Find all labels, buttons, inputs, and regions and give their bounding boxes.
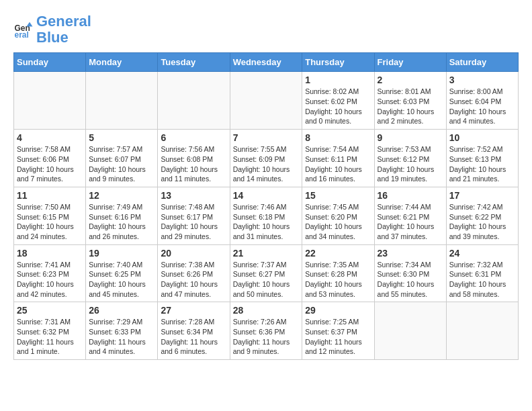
calendar-cell: 23Sunrise: 7:34 AMSunset: 6:30 PMDayligh… bbox=[374, 244, 446, 302]
day-number: 1 bbox=[305, 75, 371, 85]
day-number: 9 bbox=[378, 132, 443, 143]
calendar-cell: 2Sunrise: 8:01 AMSunset: 6:03 PMDaylight… bbox=[374, 72, 446, 130]
calendar-week-row: 11Sunrise: 7:50 AMSunset: 6:15 PMDayligh… bbox=[14, 187, 519, 244]
day-number: 11 bbox=[17, 190, 83, 201]
day-info: Sunrise: 8:00 AMSunset: 6:04 PMDaylight:… bbox=[449, 87, 515, 126]
day-info: Sunrise: 7:48 AMSunset: 6:17 PMDaylight:… bbox=[161, 202, 226, 242]
calendar-cell: 12Sunrise: 7:49 AMSunset: 6:16 PMDayligh… bbox=[86, 187, 158, 244]
calendar-week-row: 25Sunrise: 7:31 AMSunset: 6:32 PMDayligh… bbox=[14, 302, 519, 360]
calendar-cell: 3Sunrise: 8:00 AMSunset: 6:04 PMDaylight… bbox=[446, 72, 518, 130]
day-info: Sunrise: 7:34 AMSunset: 6:30 PMDaylight:… bbox=[378, 260, 443, 300]
day-number: 5 bbox=[89, 132, 154, 143]
day-info: Sunrise: 7:31 AMSunset: 6:32 PMDaylight:… bbox=[17, 317, 83, 357]
day-info: Sunrise: 7:52 AMSunset: 6:13 PMDaylight:… bbox=[449, 144, 515, 184]
weekday-header-row: SundayMondayTuesdayWednesdayThursdayFrid… bbox=[14, 53, 519, 72]
day-number: 28 bbox=[233, 305, 300, 316]
weekday-header-wednesday: Wednesday bbox=[230, 53, 302, 72]
day-info: Sunrise: 7:32 AMSunset: 6:31 PMDaylight:… bbox=[449, 260, 515, 300]
day-info: Sunrise: 8:02 AMSunset: 6:02 PMDaylight:… bbox=[305, 87, 371, 126]
day-number: 20 bbox=[161, 248, 226, 259]
day-info: Sunrise: 7:25 AMSunset: 6:37 PMDaylight:… bbox=[305, 317, 371, 357]
calendar-cell bbox=[374, 302, 446, 360]
day-info: Sunrise: 7:35 AMSunset: 6:28 PMDaylight:… bbox=[305, 260, 371, 300]
day-info: Sunrise: 7:41 AMSunset: 6:23 PMDaylight:… bbox=[17, 260, 83, 300]
calendar-cell bbox=[158, 72, 230, 130]
calendar-cell: 10Sunrise: 7:52 AMSunset: 6:13 PMDayligh… bbox=[446, 130, 518, 187]
weekday-header-saturday: Saturday bbox=[446, 53, 518, 72]
calendar-cell: 14Sunrise: 7:46 AMSunset: 6:18 PMDayligh… bbox=[230, 187, 302, 244]
day-info: Sunrise: 7:45 AMSunset: 6:20 PMDaylight:… bbox=[305, 202, 371, 242]
calendar-cell: 25Sunrise: 7:31 AMSunset: 6:32 PMDayligh… bbox=[14, 302, 86, 360]
day-number: 16 bbox=[378, 190, 443, 201]
day-info: Sunrise: 7:54 AMSunset: 6:11 PMDaylight:… bbox=[305, 144, 371, 184]
day-number: 12 bbox=[89, 190, 154, 201]
day-info: Sunrise: 7:44 AMSunset: 6:21 PMDaylight:… bbox=[378, 202, 443, 242]
day-number: 4 bbox=[17, 132, 83, 143]
calendar-week-row: 1Sunrise: 8:02 AMSunset: 6:02 PMDaylight… bbox=[14, 72, 519, 130]
day-number: 17 bbox=[449, 190, 515, 201]
calendar-cell bbox=[86, 72, 158, 130]
day-info: Sunrise: 7:57 AMSunset: 6:07 PMDaylight:… bbox=[89, 144, 154, 184]
calendar-cell: 26Sunrise: 7:29 AMSunset: 6:33 PMDayligh… bbox=[86, 302, 158, 360]
header: Gen eral GeneralBlue bbox=[13, 13, 519, 46]
logo-text: GeneralBlue bbox=[36, 13, 91, 46]
logo-icon: Gen eral bbox=[13, 19, 34, 40]
calendar-cell: 19Sunrise: 7:40 AMSunset: 6:25 PMDayligh… bbox=[86, 244, 158, 302]
weekday-header-monday: Monday bbox=[86, 53, 158, 72]
day-number: 6 bbox=[161, 132, 226, 143]
day-number: 22 bbox=[305, 248, 371, 259]
day-number: 25 bbox=[17, 305, 83, 316]
weekday-header-sunday: Sunday bbox=[14, 53, 86, 72]
day-info: Sunrise: 7:42 AMSunset: 6:22 PMDaylight:… bbox=[449, 202, 515, 242]
day-info: Sunrise: 7:46 AMSunset: 6:18 PMDaylight:… bbox=[233, 202, 300, 242]
calendar-week-row: 18Sunrise: 7:41 AMSunset: 6:23 PMDayligh… bbox=[14, 244, 519, 302]
logo: Gen eral GeneralBlue bbox=[13, 13, 91, 46]
day-number: 21 bbox=[233, 248, 300, 259]
day-number: 3 bbox=[449, 75, 515, 85]
day-info: Sunrise: 7:38 AMSunset: 6:26 PMDaylight:… bbox=[161, 260, 226, 300]
calendar-cell: 28Sunrise: 7:26 AMSunset: 6:36 PMDayligh… bbox=[230, 302, 302, 360]
day-info: Sunrise: 7:40 AMSunset: 6:25 PMDaylight:… bbox=[89, 260, 154, 300]
calendar-cell: 11Sunrise: 7:50 AMSunset: 6:15 PMDayligh… bbox=[14, 187, 86, 244]
calendar-cell: 5Sunrise: 7:57 AMSunset: 6:07 PMDaylight… bbox=[86, 130, 158, 187]
day-info: Sunrise: 7:49 AMSunset: 6:16 PMDaylight:… bbox=[89, 202, 154, 242]
day-number: 18 bbox=[17, 248, 83, 259]
calendar-cell bbox=[14, 72, 86, 130]
calendar-cell: 15Sunrise: 7:45 AMSunset: 6:20 PMDayligh… bbox=[302, 187, 374, 244]
day-number: 29 bbox=[305, 305, 371, 316]
day-info: Sunrise: 8:01 AMSunset: 6:03 PMDaylight:… bbox=[378, 87, 443, 126]
calendar-cell: 4Sunrise: 7:58 AMSunset: 6:06 PMDaylight… bbox=[14, 130, 86, 187]
calendar-cell: 16Sunrise: 7:44 AMSunset: 6:21 PMDayligh… bbox=[374, 187, 446, 244]
calendar-cell: 22Sunrise: 7:35 AMSunset: 6:28 PMDayligh… bbox=[302, 244, 374, 302]
calendar-cell: 18Sunrise: 7:41 AMSunset: 6:23 PMDayligh… bbox=[14, 244, 86, 302]
day-number: 24 bbox=[449, 248, 515, 259]
day-number: 8 bbox=[305, 132, 371, 143]
calendar-cell: 1Sunrise: 8:02 AMSunset: 6:02 PMDaylight… bbox=[302, 72, 374, 130]
calendar-cell bbox=[230, 72, 302, 130]
day-number: 7 bbox=[233, 132, 300, 143]
calendar-cell: 6Sunrise: 7:56 AMSunset: 6:08 PMDaylight… bbox=[158, 130, 230, 187]
day-info: Sunrise: 7:58 AMSunset: 6:06 PMDaylight:… bbox=[17, 144, 83, 184]
calendar-cell: 21Sunrise: 7:37 AMSunset: 6:27 PMDayligh… bbox=[230, 244, 302, 302]
day-info: Sunrise: 7:37 AMSunset: 6:27 PMDaylight:… bbox=[233, 260, 300, 300]
calendar-cell: 29Sunrise: 7:25 AMSunset: 6:37 PMDayligh… bbox=[302, 302, 374, 360]
day-number: 26 bbox=[89, 305, 154, 316]
day-info: Sunrise: 7:56 AMSunset: 6:08 PMDaylight:… bbox=[161, 144, 226, 184]
day-info: Sunrise: 7:29 AMSunset: 6:33 PMDaylight:… bbox=[89, 317, 154, 357]
calendar-cell: 8Sunrise: 7:54 AMSunset: 6:11 PMDaylight… bbox=[302, 130, 374, 187]
day-number: 14 bbox=[233, 190, 300, 201]
weekday-header-tuesday: Tuesday bbox=[158, 53, 230, 72]
svg-text:eral: eral bbox=[15, 30, 29, 40]
day-number: 27 bbox=[161, 305, 226, 316]
calendar-cell: 27Sunrise: 7:28 AMSunset: 6:34 PMDayligh… bbox=[158, 302, 230, 360]
calendar-cell: 17Sunrise: 7:42 AMSunset: 6:22 PMDayligh… bbox=[446, 187, 518, 244]
calendar-cell: 24Sunrise: 7:32 AMSunset: 6:31 PMDayligh… bbox=[446, 244, 518, 302]
calendar-cell: 20Sunrise: 7:38 AMSunset: 6:26 PMDayligh… bbox=[158, 244, 230, 302]
day-info: Sunrise: 7:26 AMSunset: 6:36 PMDaylight:… bbox=[233, 317, 300, 357]
day-number: 15 bbox=[305, 190, 371, 201]
day-info: Sunrise: 7:53 AMSunset: 6:12 PMDaylight:… bbox=[378, 144, 443, 184]
weekday-header-friday: Friday bbox=[374, 53, 446, 72]
calendar-week-row: 4Sunrise: 7:58 AMSunset: 6:06 PMDaylight… bbox=[14, 130, 519, 187]
calendar: SundayMondayTuesdayWednesdayThursdayFrid… bbox=[13, 52, 519, 360]
day-number: 23 bbox=[378, 248, 443, 259]
